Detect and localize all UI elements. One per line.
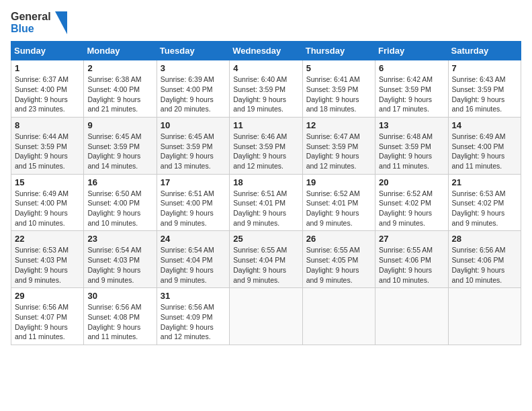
- calendar-cell: 30 Sunrise: 6:56 AM Sunset: 4:08 PM Dayl…: [84, 288, 157, 345]
- calendar-cell: 12 Sunrise: 6:47 AM Sunset: 3:59 PM Dayl…: [302, 117, 375, 174]
- day-info: Sunrise: 6:37 AM Sunset: 4:00 PM Dayligh…: [15, 75, 80, 114]
- calendar-cell: 29 Sunrise: 6:56 AM Sunset: 4:07 PM Dayl…: [11, 288, 84, 345]
- day-number: 8: [15, 120, 80, 130]
- svg-marker-0: [55, 11, 67, 34]
- day-info: Sunrise: 6:54 AM Sunset: 4:03 PM Dayligh…: [87, 245, 152, 285]
- weekday-header-saturday: Saturday: [448, 42, 521, 60]
- day-number: 27: [379, 234, 444, 244]
- calendar-cell: [230, 288, 302, 345]
- day-info: Sunrise: 6:51 AM Sunset: 4:01 PM Dayligh…: [233, 189, 298, 228]
- day-number: 7: [452, 63, 517, 73]
- calendar-cell: 5 Sunrise: 6:41 AM Sunset: 3:59 PM Dayli…: [302, 60, 375, 118]
- calendar-cell: 27 Sunrise: 6:55 AM Sunset: 4:06 PM Dayl…: [375, 231, 448, 288]
- calendar-cell: 4 Sunrise: 6:40 AM Sunset: 3:59 PM Dayli…: [230, 60, 302, 118]
- day-info: Sunrise: 6:44 AM Sunset: 3:59 PM Dayligh…: [15, 132, 80, 171]
- calendar-cell: 2 Sunrise: 6:38 AM Sunset: 4:00 PM Dayli…: [84, 60, 157, 118]
- day-info: Sunrise: 6:56 AM Sunset: 4:06 PM Dayligh…: [452, 245, 517, 285]
- day-info: Sunrise: 6:56 AM Sunset: 4:08 PM Dayligh…: [87, 302, 152, 342]
- day-number: 12: [306, 120, 371, 130]
- day-number: 4: [233, 63, 298, 73]
- day-info: Sunrise: 6:56 AM Sunset: 4:09 PM Dayligh…: [161, 302, 226, 342]
- day-info: Sunrise: 6:42 AM Sunset: 3:59 PM Dayligh…: [379, 75, 444, 114]
- day-number: 30: [87, 291, 152, 301]
- day-info: Sunrise: 6:50 AM Sunset: 4:00 PM Dayligh…: [87, 189, 152, 228]
- weekday-header-monday: Monday: [84, 42, 157, 60]
- day-info: Sunrise: 6:55 AM Sunset: 4:06 PM Dayligh…: [379, 245, 444, 285]
- day-number: 18: [233, 177, 298, 187]
- day-info: Sunrise: 6:47 AM Sunset: 3:59 PM Dayligh…: [306, 132, 371, 171]
- day-number: 25: [233, 234, 298, 244]
- calendar-cell: 21 Sunrise: 6:53 AM Sunset: 4:02 PM Dayl…: [448, 174, 521, 231]
- day-number: 2: [87, 63, 152, 73]
- calendar-cell: 7 Sunrise: 6:43 AM Sunset: 3:59 PM Dayli…: [448, 60, 521, 118]
- day-number: 13: [379, 120, 444, 130]
- day-info: Sunrise: 6:49 AM Sunset: 4:00 PM Dayligh…: [15, 189, 80, 228]
- page-header: General Blue: [11, 11, 521, 34]
- day-number: 23: [87, 234, 152, 244]
- day-number: 19: [306, 177, 371, 187]
- day-number: 11: [233, 120, 298, 130]
- day-number: 20: [379, 177, 444, 187]
- logo-icon: [52, 11, 67, 34]
- calendar-cell: 6 Sunrise: 6:42 AM Sunset: 3:59 PM Dayli…: [375, 60, 448, 118]
- day-info: Sunrise: 6:55 AM Sunset: 4:04 PM Dayligh…: [233, 245, 298, 285]
- day-info: Sunrise: 6:41 AM Sunset: 3:59 PM Dayligh…: [306, 75, 371, 114]
- calendar-cell: 9 Sunrise: 6:45 AM Sunset: 3:59 PM Dayli…: [84, 117, 157, 174]
- calendar-cell: 26 Sunrise: 6:55 AM Sunset: 4:05 PM Dayl…: [302, 231, 375, 288]
- day-number: 1: [15, 63, 80, 73]
- day-number: 22: [15, 234, 80, 244]
- calendar-cell: 28 Sunrise: 6:56 AM Sunset: 4:06 PM Dayl…: [448, 231, 521, 288]
- day-info: Sunrise: 6:53 AM Sunset: 4:03 PM Dayligh…: [15, 245, 80, 285]
- day-info: Sunrise: 6:54 AM Sunset: 4:04 PM Dayligh…: [161, 245, 226, 285]
- day-number: 29: [15, 291, 80, 301]
- day-info: Sunrise: 6:49 AM Sunset: 4:00 PM Dayligh…: [452, 132, 517, 171]
- day-number: 15: [15, 177, 80, 187]
- weekday-header-friday: Friday: [375, 42, 448, 60]
- day-number: 14: [452, 120, 517, 130]
- weekday-header-tuesday: Tuesday: [157, 42, 229, 60]
- calendar-cell: 24 Sunrise: 6:54 AM Sunset: 4:04 PM Dayl…: [157, 231, 229, 288]
- calendar-cell: [448, 288, 521, 345]
- day-info: Sunrise: 6:40 AM Sunset: 3:59 PM Dayligh…: [233, 75, 298, 114]
- day-info: Sunrise: 6:56 AM Sunset: 4:07 PM Dayligh…: [15, 302, 80, 342]
- weekday-header-sunday: Sunday: [11, 42, 84, 60]
- day-number: 24: [161, 234, 226, 244]
- calendar-cell: 10 Sunrise: 6:45 AM Sunset: 3:59 PM Dayl…: [157, 117, 229, 174]
- day-number: 21: [452, 177, 517, 187]
- weekday-header-thursday: Thursday: [302, 42, 375, 60]
- day-number: 6: [379, 63, 444, 73]
- calendar-cell: 31 Sunrise: 6:56 AM Sunset: 4:09 PM Dayl…: [157, 288, 229, 345]
- day-info: Sunrise: 6:51 AM Sunset: 4:00 PM Dayligh…: [161, 189, 226, 228]
- calendar-cell: 8 Sunrise: 6:44 AM Sunset: 3:59 PM Dayli…: [11, 117, 84, 174]
- logo: General Blue: [11, 11, 67, 34]
- day-number: 5: [306, 63, 371, 73]
- day-number: 28: [452, 234, 517, 244]
- day-info: Sunrise: 6:53 AM Sunset: 4:02 PM Dayligh…: [452, 189, 517, 228]
- day-info: Sunrise: 6:55 AM Sunset: 4:05 PM Dayligh…: [306, 245, 371, 285]
- calendar-cell: 23 Sunrise: 6:54 AM Sunset: 4:03 PM Dayl…: [84, 231, 157, 288]
- day-number: 31: [161, 291, 226, 301]
- calendar-cell: 22 Sunrise: 6:53 AM Sunset: 4:03 PM Dayl…: [11, 231, 84, 288]
- calendar-cell: 16 Sunrise: 6:50 AM Sunset: 4:00 PM Dayl…: [84, 174, 157, 231]
- day-info: Sunrise: 6:43 AM Sunset: 3:59 PM Dayligh…: [452, 75, 517, 114]
- calendar-cell: 17 Sunrise: 6:51 AM Sunset: 4:00 PM Dayl…: [157, 174, 229, 231]
- day-number: 16: [87, 177, 152, 187]
- day-info: Sunrise: 6:38 AM Sunset: 4:00 PM Dayligh…: [87, 75, 152, 114]
- day-info: Sunrise: 6:39 AM Sunset: 4:00 PM Dayligh…: [161, 75, 226, 114]
- day-number: 10: [161, 120, 226, 130]
- calendar-cell: 25 Sunrise: 6:55 AM Sunset: 4:04 PM Dayl…: [230, 231, 302, 288]
- calendar-cell: [375, 288, 448, 345]
- day-number: 3: [161, 63, 226, 73]
- calendar-cell: 13 Sunrise: 6:48 AM Sunset: 3:59 PM Dayl…: [375, 117, 448, 174]
- calendar-cell: 15 Sunrise: 6:49 AM Sunset: 4:00 PM Dayl…: [11, 174, 84, 231]
- day-info: Sunrise: 6:48 AM Sunset: 3:59 PM Dayligh…: [379, 132, 444, 171]
- calendar-cell: 1 Sunrise: 6:37 AM Sunset: 4:00 PM Dayli…: [11, 60, 84, 118]
- day-info: Sunrise: 6:45 AM Sunset: 3:59 PM Dayligh…: [161, 132, 226, 171]
- calendar-table: SundayMondayTuesdayWednesdayThursdayFrid…: [11, 41, 521, 345]
- day-number: 17: [161, 177, 226, 187]
- day-info: Sunrise: 6:45 AM Sunset: 3:59 PM Dayligh…: [87, 132, 152, 171]
- logo-text: General Blue: [11, 11, 67, 34]
- day-number: 9: [87, 120, 152, 130]
- calendar-cell: 3 Sunrise: 6:39 AM Sunset: 4:00 PM Dayli…: [157, 60, 229, 118]
- calendar-cell: 20 Sunrise: 6:52 AM Sunset: 4:02 PM Dayl…: [375, 174, 448, 231]
